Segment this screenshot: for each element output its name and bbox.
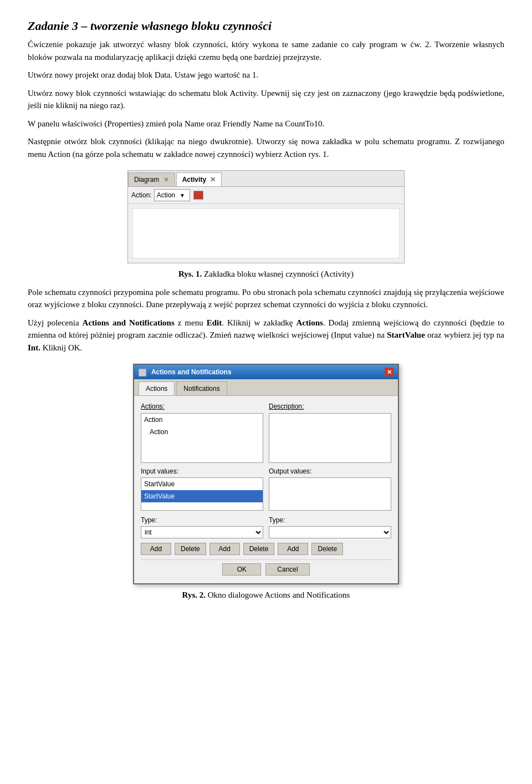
para3: Utwórz nowy blok czynności wstawiając do… xyxy=(28,87,504,112)
dropdown-arrow: ▼ xyxy=(180,191,185,200)
para6: Pole schematu czynności przypomina pole … xyxy=(28,286,504,311)
fig1-caption: Rys. 1. Zakładka bloku własnej czynności… xyxy=(178,268,354,281)
type-output-select[interactable] xyxy=(269,526,391,538)
type-input-select[interactable]: int xyxy=(141,526,263,538)
actions-section: Actions: Action Action xyxy=(141,401,263,463)
output-label: Output values: xyxy=(269,466,391,476)
action-dropdown[interactable]: Action ▼ xyxy=(154,189,190,201)
activity-toolbar: Action: Action ▼ xyxy=(128,187,404,204)
add-button-1[interactable]: Add xyxy=(141,543,171,555)
activity-tabs: Diagram ✕ Activity ✕ xyxy=(128,171,404,187)
type-input-label: Type: xyxy=(141,515,263,525)
para1: Ćwiczenie pokazuje jak utworzyć własny b… xyxy=(28,38,504,63)
tab-diagram-close[interactable]: ✕ xyxy=(163,176,169,184)
delete-button-1[interactable]: Delete xyxy=(175,543,206,555)
fig2-caption: Rys. 2. Okno dialogowe Actions and Notif… xyxy=(182,589,350,602)
actions-listbox[interactable]: Action Action xyxy=(141,413,263,463)
action-item-1[interactable]: Action xyxy=(141,414,263,426)
type-input-col: Type: int xyxy=(141,515,263,538)
input-item-startvalue[interactable]: StartValue xyxy=(141,478,263,490)
para7: Użyj polecenia Actions and Notifications… xyxy=(28,317,504,354)
page-title: Zadanie 3 – tworzenie własnego bloku czy… xyxy=(28,17,504,35)
actions-label: Actions: xyxy=(141,401,263,411)
para2: Utwórz nowy projekt oraz dodaj blok Data… xyxy=(28,69,504,82)
activity-canvas xyxy=(132,208,400,258)
dialog-icon xyxy=(139,369,146,376)
para5: Następnie otwórz blok czynności (klikają… xyxy=(28,135,504,160)
description-section: Description: xyxy=(269,401,391,463)
bottom-buttons: OK Cancel xyxy=(141,559,391,578)
action-label: Action: xyxy=(131,190,152,200)
top-section-row: Actions: Action Action Description: xyxy=(141,401,391,463)
tab-notifications[interactable]: Notifications xyxy=(176,381,227,395)
figure-2: Actions and Notifications ✕ Actions Noti… xyxy=(28,364,504,602)
input-label: Input values: xyxy=(141,466,263,476)
delete-button-2[interactable]: Delete xyxy=(243,543,275,555)
output-listbox[interactable] xyxy=(269,477,391,511)
input-item-startvalue-selected[interactable]: StartValue xyxy=(141,490,263,502)
tab-actions[interactable]: Actions xyxy=(139,381,175,395)
description-label: Description: xyxy=(269,401,391,411)
dialog-titlebar: Actions and Notifications ✕ xyxy=(134,365,398,379)
cancel-button[interactable]: Cancel xyxy=(265,563,309,576)
dialog-title: Actions and Notifications xyxy=(151,368,232,376)
type-output-col: Type: xyxy=(269,515,391,538)
ok-button[interactable]: OK xyxy=(222,563,261,576)
output-values-section: Output values: xyxy=(269,466,391,511)
activity-window: Diagram ✕ Activity ✕ Action: Action ▼ xyxy=(127,170,405,263)
para4: W panelu właściwości (Properties) zmień … xyxy=(28,118,504,130)
description-listbox xyxy=(269,413,391,463)
delete-button-3[interactable]: Delete xyxy=(311,543,343,555)
tab-activity-close[interactable]: ✕ xyxy=(210,176,216,184)
type-output-label: Type: xyxy=(269,515,391,525)
dialog-close-button[interactable]: ✕ xyxy=(385,368,393,376)
dialog-body: Actions: Action Action Description: Inpu… xyxy=(134,396,398,583)
type-row: Type: int Type: xyxy=(141,515,391,538)
tab-diagram[interactable]: Diagram ✕ xyxy=(128,172,175,186)
dialog-tabs: Actions Notifications xyxy=(134,379,398,396)
dialog-window: Actions and Notifications ✕ Actions Noti… xyxy=(133,364,399,584)
io-section: Input values: StartValue StartValue Outp… xyxy=(141,466,391,511)
add-button-3[interactable]: Add xyxy=(278,543,308,555)
tab-activity[interactable]: Activity ✕ xyxy=(176,172,222,186)
figure-1: Diagram ✕ Activity ✕ Action: Action ▼ Ry… xyxy=(28,170,504,281)
input-listbox[interactable]: StartValue StartValue xyxy=(141,477,263,511)
action-item-2[interactable]: Action xyxy=(141,426,263,438)
input-values-section: Input values: StartValue StartValue xyxy=(141,466,263,511)
add-button-2[interactable]: Add xyxy=(209,543,240,555)
button-row-1: Add Delete Add Delete Add Delete xyxy=(141,543,391,555)
toolbar-icon[interactable] xyxy=(193,191,203,200)
